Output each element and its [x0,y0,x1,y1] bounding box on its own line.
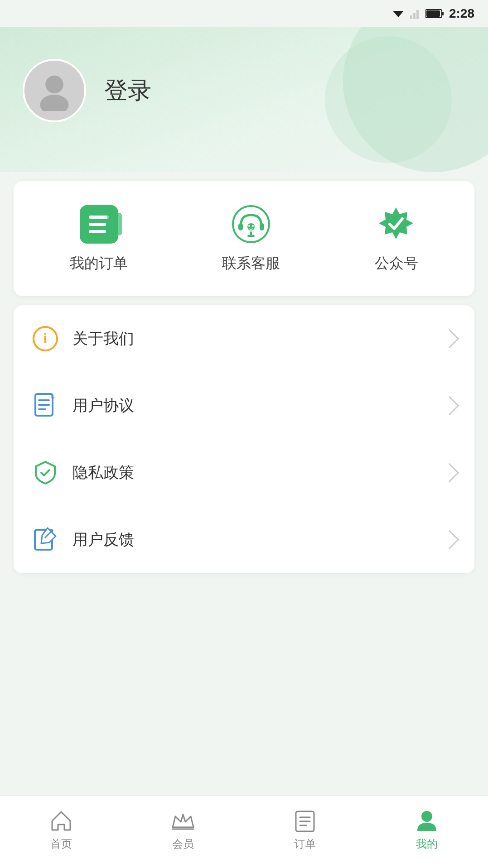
svg-rect-5 [442,12,444,15]
nav-item-mine[interactable]: 我的 [366,804,488,851]
profile-header: 登录 [0,27,488,172]
nav-mine-label: 我的 [416,837,438,851]
edit-icon [32,526,59,553]
chevron-right-icon [440,530,459,549]
settings-item-about[interactable]: i 关于我们 [14,305,474,372]
svg-rect-3 [416,10,419,19]
settings-card: i 关于我们 用户协议 隐私政策 [14,305,474,573]
crown-icon [170,808,195,833]
battery-icon [425,9,445,19]
avatar[interactable] [23,59,86,122]
order-icon-bg [80,205,118,244]
orders-icon [293,808,318,833]
agreement-label: 用户协议 [72,395,429,416]
signal-icon [410,8,421,19]
chevron-right-icon [440,463,459,482]
quick-action-support[interactable]: 联系客服 [222,204,280,273]
status-time: 2:28 [449,6,474,21]
settings-item-agreement[interactable]: 用户协议 [14,372,474,439]
order-label: 我的订单 [70,254,128,273]
quick-action-official[interactable]: 公众号 [375,204,418,273]
chevron-right-icon [440,329,459,348]
user-silhouette-icon [34,70,75,111]
svg-rect-1 [410,15,412,19]
feedback-label: 用户反馈 [72,529,429,550]
svg-rect-19 [38,404,50,406]
verified-badge-icon [377,205,416,244]
shield-icon [32,459,59,486]
avatar-icon [24,61,84,120]
nav-home-label: 首页 [50,837,72,851]
login-button[interactable]: 登录 [104,75,151,106]
quick-action-order[interactable]: 我的订单 [70,204,128,273]
svg-point-13 [248,225,250,227]
official-label: 公众号 [375,254,418,273]
wifi-icon [391,8,406,19]
about-label: 关于我们 [72,328,429,349]
official-icon [376,204,417,245]
nav-orders-label: 订单 [294,837,316,851]
svg-point-8 [40,95,69,111]
svg-rect-11 [260,223,264,230]
headset-icon [232,205,271,244]
svg-text:i: i [43,331,47,346]
quick-actions-card: 我的订单 联系客服 [14,181,474,296]
svg-rect-20 [38,408,46,410]
svg-rect-10 [238,223,243,230]
order-lines [82,207,116,241]
svg-rect-2 [413,13,416,19]
person-icon [415,808,440,833]
svg-point-14 [252,225,254,227]
privacy-label: 隐私政策 [72,462,429,483]
order-line-3 [89,230,106,233]
profile-info[interactable]: 登录 [23,59,465,122]
settings-item-feedback[interactable]: 用户反馈 [14,506,474,573]
svg-marker-0 [393,11,404,17]
nav-item-orders[interactable]: 订单 [244,804,366,851]
svg-point-7 [45,76,63,94]
svg-point-28 [421,811,432,822]
support-icon [231,204,271,245]
order-line-2 [89,223,106,226]
settings-item-privacy[interactable]: 隐私政策 [14,439,474,506]
svg-rect-18 [38,399,50,401]
home-icon [48,808,73,833]
support-label: 联系客服 [222,254,280,273]
svg-rect-6 [426,10,440,17]
bottom-nav: 首页 会员 订单 我的 [0,796,488,868]
chevron-right-icon [440,396,459,415]
status-bar: 2:28 [0,0,488,27]
document-icon [32,392,59,419]
nav-item-member[interactable]: 会员 [122,804,244,851]
nav-member-label: 会员 [172,837,194,851]
info-icon: i [32,325,59,352]
order-line-1 [89,216,109,219]
nav-item-home[interactable]: 首页 [0,804,122,851]
order-icon [78,204,119,245]
status-icons: 2:28 [391,6,474,21]
